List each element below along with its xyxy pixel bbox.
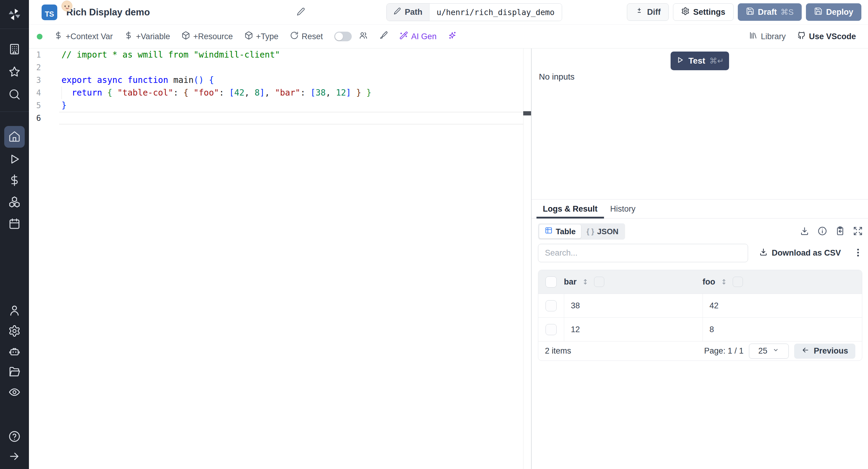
settings-button[interactable]: Settings [673,3,734,21]
play-icon [676,56,684,66]
typescript-badge: TS [41,4,57,20]
braces-icon: { } [587,227,594,236]
path-label: Path [405,7,423,17]
assistant-toggle[interactable] [334,32,352,41]
diff-button[interactable]: Diff [627,3,669,21]
page-size-value: 25 [758,346,767,356]
status-dot [37,34,42,39]
table-row: 38 42 [538,294,862,318]
sidebar-item-audit-logs[interactable] [0,382,29,404]
draft-label: Draft [758,7,777,17]
line-number: 5 [29,99,41,112]
edit-summary-button[interactable] [296,7,307,18]
path-editor[interactable]: Path u/henri/rich_display_demo [386,3,562,21]
search-input[interactable] [538,244,748,262]
sidebar-item-variables[interactable] [0,170,29,192]
sidebar-item-resources[interactable] [0,192,29,213]
format-button[interactable] [379,31,388,42]
ai-gen-button[interactable]: AI Gen [399,31,436,42]
library-button[interactable]: Library [749,31,786,42]
sidebar-expand-button[interactable] [0,446,29,468]
github-icon [797,31,806,42]
sidebar-item-favorites[interactable] [0,61,29,83]
gear-icon [681,7,689,18]
reset-label: Reset [302,32,323,41]
cell-bar: 12 [564,318,703,341]
table-options-button[interactable] [853,247,863,259]
line-number-active: 6 [29,112,41,124]
ai-gen-label: AI Gen [411,32,436,41]
hide-column-foo-toggle[interactable] [733,277,743,287]
sidebar-divider [0,112,29,112]
previous-page-button[interactable]: Previous [794,344,855,359]
result-info-button[interactable] [817,226,828,237]
sidebar-item-schedules[interactable] [0,213,29,235]
ai-sparkles-button[interactable] [448,31,457,42]
tab-logs-result[interactable]: Logs & Result [536,199,604,218]
draft-button[interactable]: Draft ⌘S [738,3,802,21]
use-vscode-button[interactable]: Use VScode [797,31,856,42]
tab-history[interactable]: History [604,199,642,218]
wand-icon [399,31,408,42]
windmill-logo[interactable] [0,5,29,24]
settings-label: Settings [693,7,725,17]
hide-column-bar-toggle[interactable] [594,277,604,287]
reset-button[interactable]: Reset [290,31,323,42]
diff-label: Diff [647,7,661,17]
row-checkbox[interactable] [546,300,557,311]
editor-scrollbar[interactable] [523,49,531,469]
sidebar-item-settings[interactable] [0,321,29,342]
sidebar-item-users[interactable] [0,300,29,322]
table-header-row: bar foo [538,270,862,294]
download-csv-button[interactable]: Download as CSV [759,247,841,259]
user-icon [8,304,21,318]
view-json-button[interactable]: { } JSON [581,224,624,239]
page-size-select[interactable]: 25 [749,344,789,359]
sort-bar-button[interactable] [581,278,589,286]
add-type-label: +Type [256,32,278,41]
expand-result-button[interactable] [852,226,863,237]
code-line-3: export async function main() { [61,74,513,87]
code-line-6 [61,112,513,124]
script-title: Rich Display demo [66,7,150,18]
package-icon [181,31,190,42]
robot-icon [8,345,21,359]
home-icon [8,130,21,144]
play-icon [8,153,21,167]
view-table-label: Table [556,227,576,236]
code-line-1: // import * as wmill from "windmill-clie… [61,49,513,61]
column-header-foo: foo [703,277,715,287]
code-editor[interactable]: 1 2 3 4 5 6 // import * as wmill from "w… [29,49,531,469]
sidebar-item-workspace[interactable] [0,39,29,61]
sidebar-item-search[interactable] [0,84,29,106]
pencil-icon [393,7,401,17]
multiplayer-button[interactable] [359,31,368,42]
sidebar-item-help[interactable] [0,426,29,448]
add-resource-button[interactable]: +Resource [181,31,233,42]
sort-foo-button[interactable] [720,278,728,286]
sidebar-item-folders[interactable] [0,362,29,383]
sidebar-item-home[interactable] [4,126,25,148]
editor-toolbar: +Context Var +Variable +Resource +Type R… [29,25,868,49]
sidebar-item-runs[interactable] [0,149,29,170]
save-icon [746,7,754,18]
download-result-button[interactable] [799,226,810,237]
arrow-left-icon [801,346,809,356]
copy-result-button[interactable] [835,226,845,237]
add-variable-label: +Variable [136,32,170,41]
deploy-button[interactable]: Deploy [806,3,861,21]
add-type-button[interactable]: +Type [244,31,278,42]
library-icon [749,31,758,42]
test-button[interactable]: Test ⌘↵ [671,52,729,70]
add-variable-button[interactable]: +Variable [124,31,170,42]
refresh-icon [290,31,299,42]
clipboard-copy-icon [835,226,845,237]
download-csv-label: Download as CSV [772,248,841,258]
row-checkbox[interactable] [546,324,557,335]
diff-icon [635,7,644,18]
view-table-button[interactable]: Table [539,224,581,239]
draft-shortcut: ⌘S [781,7,794,17]
select-all-checkbox[interactable] [546,276,557,287]
sidebar-item-workers[interactable] [0,341,29,363]
add-context-var-button[interactable]: +Context Var [54,31,113,42]
